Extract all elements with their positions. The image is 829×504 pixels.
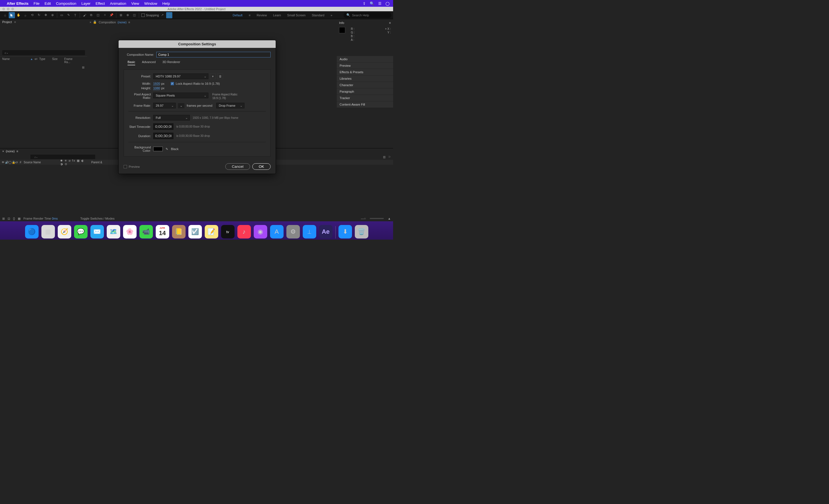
home-tool-icon[interactable]: ⌂ <box>2 12 8 18</box>
dock-launchpad-icon[interactable]: ▦ <box>41 225 55 239</box>
accordion-paragraph[interactable]: Paragraph <box>337 88 393 95</box>
dropframe-select[interactable]: Drop Frame <box>216 103 244 108</box>
snapping-toggle[interactable]: Snapping <box>141 13 159 17</box>
workspace-overflow-icon[interactable]: » <box>331 13 332 17</box>
selection-tool-icon[interactable] <box>9 12 15 18</box>
flowchart-icon[interactable]: ⊞ <box>82 66 84 69</box>
dock-safari-icon[interactable]: 🧭 <box>58 225 71 239</box>
world-axis-icon[interactable]: ⊕ <box>124 12 131 18</box>
app-name[interactable]: After Effects <box>7 1 29 6</box>
close-window-icon[interactable] <box>2 8 5 10</box>
workspace-menu-icon[interactable]: ≡ <box>249 13 250 17</box>
menu-composition[interactable]: Composition <box>56 1 76 6</box>
close-tab-icon[interactable]: × <box>2 149 4 153</box>
duration-input[interactable] <box>153 133 174 139</box>
dock-photos-icon[interactable]: 🌸 <box>123 225 137 239</box>
tab-3d-renderer[interactable]: 3D Renderer <box>163 60 180 65</box>
pen-tool-icon[interactable]: ✎ <box>65 12 72 18</box>
control-center-icon[interactable]: ☰ <box>378 1 382 6</box>
start-timecode-input[interactable] <box>153 123 174 130</box>
workspace-small-screen[interactable]: Small Screen <box>287 13 305 17</box>
preset-select[interactable]: HDTV 1080 29.97 <box>153 73 208 79</box>
view-axis-icon[interactable]: ◫ <box>131 12 137 18</box>
height-value[interactable]: 1080 <box>153 86 160 90</box>
accordion-audio[interactable]: Audio <box>337 56 393 62</box>
eraser-tool-icon[interactable]: ◫ <box>95 12 101 18</box>
cancel-button[interactable]: Cancel <box>225 163 250 170</box>
rotate-tool-icon[interactable]: ↻ <box>36 12 42 18</box>
delete-preset-icon[interactable]: 🗑 <box>217 73 223 79</box>
accordion-preview[interactable]: Preview <box>337 63 393 69</box>
menu-effect[interactable]: Effect <box>96 1 105 6</box>
switches-cols[interactable]: ✱ ✳ ⧄ fx ▦ ◐ ◑ ⊙ <box>59 159 89 166</box>
solo-col-icon[interactable]: ◯ <box>7 161 10 164</box>
graph-editor-icon[interactable]: ▥ <box>383 155 386 158</box>
col-name[interactable]: Name <box>2 58 23 64</box>
roto-tool-icon[interactable]: ✧ <box>102 12 108 18</box>
workspace-review[interactable]: Review <box>257 13 267 17</box>
zoom-in-icon[interactable]: ▲ <box>388 217 391 220</box>
col-type[interactable]: Type <box>39 58 45 64</box>
zoom-window-icon[interactable] <box>11 8 14 10</box>
dock-maps-icon[interactable]: 🗺️ <box>107 225 120 239</box>
accordion-content-aware-fill[interactable]: Content-Aware Fill <box>337 101 393 108</box>
dock-reminders-icon[interactable]: ☑️ <box>188 225 202 239</box>
dock-facetime-icon[interactable]: 📹 <box>139 225 153 239</box>
orbit-tool-icon[interactable]: ⟲ <box>29 12 35 18</box>
timeline-search-input[interactable] <box>30 154 95 159</box>
menu-file[interactable]: File <box>34 1 39 6</box>
dock-messages-icon[interactable]: 💬 <box>74 225 87 239</box>
dock-music-icon[interactable]: ♪ <box>238 225 251 239</box>
dock-mail-icon[interactable]: ✉️ <box>91 225 104 239</box>
panel-menu-icon[interactable]: ≡ <box>128 21 130 24</box>
hand-tool-icon[interactable]: ✋ <box>15 12 22 18</box>
puppet-tool-icon[interactable]: 📌 <box>108 12 115 18</box>
share-icon[interactable]: ⇪ <box>363 1 366 6</box>
bg-color-swatch[interactable] <box>153 147 163 151</box>
toggle-blend-icon[interactable]: {} <box>13 217 15 220</box>
minimize-window-icon[interactable] <box>7 8 9 10</box>
project-search-input[interactable]: ⌕▾ <box>2 50 85 55</box>
workspace-learn[interactable]: Learn <box>273 13 281 17</box>
dock-aftereffects-icon[interactable]: Ae <box>319 225 332 239</box>
siri-icon[interactable]: ◯ <box>386 1 390 6</box>
parent-col[interactable]: Parent & <box>89 161 104 164</box>
toggle-switch-icon[interactable]: ⊞ <box>2 217 5 220</box>
menu-help[interactable]: Help <box>162 1 170 6</box>
dock-contacts-icon[interactable]: 📒 <box>172 225 186 239</box>
close-tab-icon[interactable]: × <box>89 21 91 24</box>
lock-col-icon[interactable]: 🔒 <box>10 161 13 164</box>
col-framerate[interactable]: Frame Ra... <box>64 58 78 64</box>
dock-settings-icon[interactable]: ⚙︎ <box>286 225 300 239</box>
dock-podcasts-icon[interactable]: ◉ <box>254 225 267 239</box>
viewer-tab[interactable]: × 🔒 Composition (none) ≡ <box>87 19 337 25</box>
accordion-libraries[interactable]: Libraries <box>337 75 393 82</box>
tab-advanced[interactable]: Advanced <box>142 60 156 65</box>
col-size[interactable]: Size <box>52 58 58 64</box>
eyedropper-icon[interactable]: ✎ <box>166 147 168 151</box>
spotlight-icon[interactable]: 🔍 <box>370 1 374 6</box>
audio-col-icon[interactable]: 🔊 <box>3 161 7 164</box>
menu-animation[interactable]: Animation <box>110 1 126 6</box>
comp-name-input[interactable] <box>156 52 271 58</box>
clone-tool-icon[interactable]: ⧉ <box>88 12 94 18</box>
brush-tool-icon[interactable]: 🖌 <box>81 12 87 18</box>
par-select[interactable]: Square Pixels <box>153 93 208 98</box>
panel-menu-icon[interactable]: ≡ <box>14 20 16 24</box>
width-value[interactable]: 1920 <box>153 82 160 85</box>
save-preset-icon[interactable]: ▾ <box>210 73 216 79</box>
lock-icon[interactable]: 🔒 <box>93 20 97 24</box>
rectangle-tool-icon[interactable]: ▭ <box>59 12 65 18</box>
label-icon[interactable]: 🏷 <box>35 58 37 64</box>
workspace-standard[interactable]: Standard <box>312 13 324 17</box>
dock-appstore-icon[interactable]: A <box>270 225 284 239</box>
dock-trash-icon[interactable]: 🗑️ <box>355 225 368 239</box>
lock-aspect-checkbox[interactable]: ✓ Lock Aspect Ratio to 16:9 (1.78) <box>171 82 220 85</box>
menu-window[interactable]: Window <box>144 1 157 6</box>
accordion-effects-presets[interactable]: Effects & Presets <box>337 69 393 75</box>
info-tab-label[interactable]: Info <box>339 21 344 25</box>
camera-tool-icon[interactable]: ✥ <box>42 12 49 18</box>
label-col-icon[interactable]: 🏷 <box>13 161 18 164</box>
traffic-lights[interactable] <box>2 8 14 10</box>
menu-edit[interactable]: Edit <box>44 1 51 6</box>
